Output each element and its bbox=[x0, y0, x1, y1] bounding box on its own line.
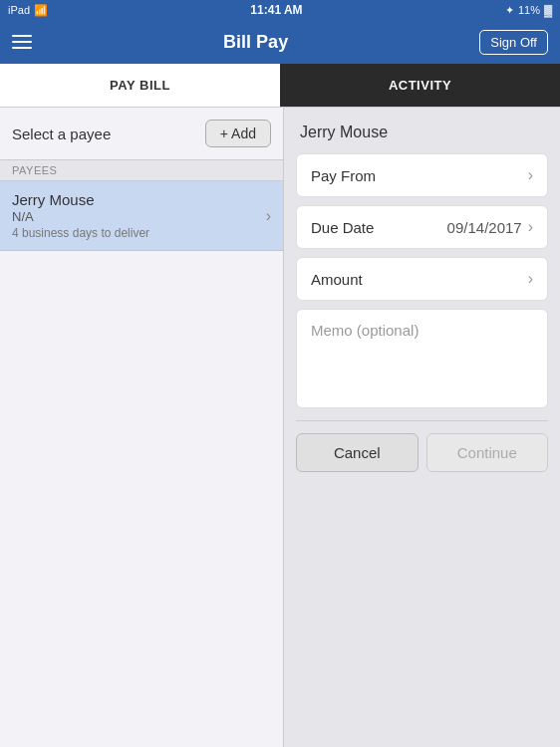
amount-row[interactable]: Amount › bbox=[296, 257, 548, 301]
button-row: Cancel Continue bbox=[296, 433, 548, 472]
status-left: iPad 📶 bbox=[8, 4, 48, 17]
sign-off-button[interactable]: Sign Off bbox=[479, 30, 548, 55]
due-date-row[interactable]: Due Date 09/14/2017 › bbox=[296, 205, 548, 249]
pay-from-right: › bbox=[528, 166, 533, 184]
tab-activity[interactable]: ACTIVITY bbox=[280, 64, 560, 107]
hamburger-line-3 bbox=[12, 47, 32, 49]
amount-label: Amount bbox=[311, 271, 363, 288]
amount-right: › bbox=[528, 270, 533, 288]
due-date-chevron-icon: › bbox=[528, 218, 533, 236]
nav-bar: Bill Pay Sign Off bbox=[0, 20, 560, 64]
divider bbox=[296, 420, 548, 421]
status-time: 11:41 AM bbox=[250, 3, 302, 17]
status-right: ✦ 11% ▓ bbox=[505, 4, 552, 17]
battery-icon: ▓ bbox=[544, 4, 552, 16]
cancel-button[interactable]: Cancel bbox=[296, 433, 419, 472]
tab-pay-bill[interactable]: PAY BILL bbox=[0, 64, 280, 107]
pay-from-row[interactable]: Pay From › bbox=[296, 153, 548, 197]
payees-section-header: PAYEES bbox=[0, 159, 283, 181]
select-payee-row: Select a payee + Add bbox=[0, 108, 283, 159]
continue-button[interactable]: Continue bbox=[426, 433, 549, 472]
due-date-right: 09/14/2017 › bbox=[447, 218, 533, 236]
payee-chevron-icon: › bbox=[266, 207, 271, 225]
left-panel: Select a payee + Add PAYEES Jerry Mouse … bbox=[0, 108, 284, 747]
pay-from-chevron-icon: › bbox=[528, 166, 533, 184]
hamburger-line-1 bbox=[12, 35, 32, 37]
status-bar: iPad 📶 11:41 AM ✦ 11% ▓ bbox=[0, 0, 560, 20]
pay-from-label: Pay From bbox=[311, 167, 376, 184]
tab-bar: PAY BILL ACTIVITY bbox=[0, 64, 560, 108]
hamburger-line-2 bbox=[12, 41, 32, 43]
payee-name: Jerry Mouse bbox=[12, 191, 149, 208]
due-date-label: Due Date bbox=[311, 219, 374, 236]
amount-chevron-icon: › bbox=[528, 270, 533, 288]
wifi-icon: 📶 bbox=[34, 4, 48, 17]
device-label: iPad bbox=[8, 4, 30, 16]
memo-box[interactable]: Memo (optional) bbox=[296, 309, 548, 408]
hamburger-menu[interactable] bbox=[12, 35, 32, 49]
nav-title: Bill Pay bbox=[223, 32, 288, 53]
payee-info: Jerry Mouse N/A 4 business days to deliv… bbox=[12, 191, 149, 240]
selected-payee-name: Jerry Mouse bbox=[296, 124, 548, 141]
memo-placeholder: Memo (optional) bbox=[311, 322, 419, 339]
add-payee-button[interactable]: + Add bbox=[205, 120, 271, 147]
due-date-value: 09/14/2017 bbox=[447, 219, 522, 236]
payee-deliver: 4 business days to deliver bbox=[12, 226, 149, 240]
main-content: Select a payee + Add PAYEES Jerry Mouse … bbox=[0, 108, 560, 747]
bluetooth-icon: ✦ bbox=[505, 4, 514, 17]
right-panel: Jerry Mouse Pay From › Due Date 09/14/20… bbox=[284, 108, 560, 747]
payee-item[interactable]: Jerry Mouse N/A 4 business days to deliv… bbox=[0, 181, 283, 251]
select-payee-label: Select a payee bbox=[12, 125, 111, 142]
battery-percent: 11% bbox=[518, 4, 540, 16]
payee-sub: N/A bbox=[12, 209, 149, 224]
